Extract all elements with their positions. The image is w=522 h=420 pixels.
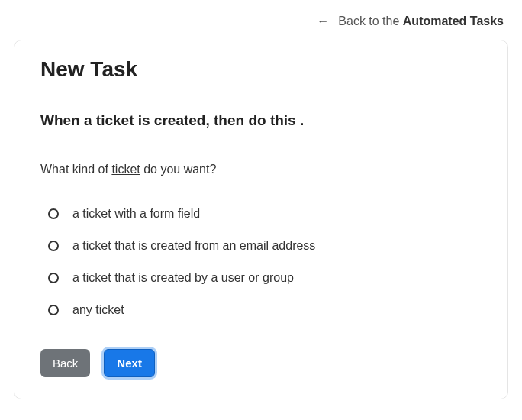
next-button[interactable]: Next: [104, 349, 155, 377]
option-email-address[interactable]: a ticket that is created from an email a…: [48, 230, 482, 262]
question-pre: What kind of: [40, 163, 111, 176]
option-user-or-group[interactable]: a ticket that is created by a user or gr…: [48, 262, 482, 294]
radio-icon: [48, 208, 59, 219]
radio-icon: [48, 305, 59, 315]
wizard-buttons: Back Next: [40, 349, 482, 377]
rule-summary: When a ticket is created, then do this .: [40, 112, 482, 129]
question-post: do you want?: [140, 163, 217, 176]
new-task-card: New Task When a ticket is created, then …: [14, 40, 508, 399]
option-form-field[interactable]: a ticket with a form field: [48, 198, 482, 230]
arrow-left-icon: ←: [317, 15, 329, 27]
question-text: What kind of ticket do you want?: [40, 163, 482, 176]
option-label: any ticket: [72, 303, 124, 317]
back-link-prefix: Back to the: [338, 15, 403, 27]
back-to-automated-tasks-link[interactable]: ← Back to the Automated Tasks: [317, 15, 504, 28]
radio-icon: [48, 241, 59, 251]
back-link-text: Back to the Automated Tasks: [338, 15, 504, 28]
back-button[interactable]: Back: [40, 349, 90, 377]
options-list: a ticket with a form field a ticket that…: [48, 198, 482, 326]
option-any-ticket[interactable]: any ticket: [48, 294, 482, 326]
option-label: a ticket with a form field: [72, 207, 200, 221]
option-label: a ticket that is created by a user or gr…: [72, 271, 294, 285]
question-key: ticket: [111, 163, 140, 176]
back-link-bold: Automated Tasks: [403, 15, 504, 27]
option-label: a ticket that is created from an email a…: [72, 239, 315, 253]
page-title: New Task: [40, 57, 482, 82]
radio-icon: [48, 273, 59, 283]
breadcrumb-back: ← Back to the Automated Tasks: [0, 0, 522, 37]
